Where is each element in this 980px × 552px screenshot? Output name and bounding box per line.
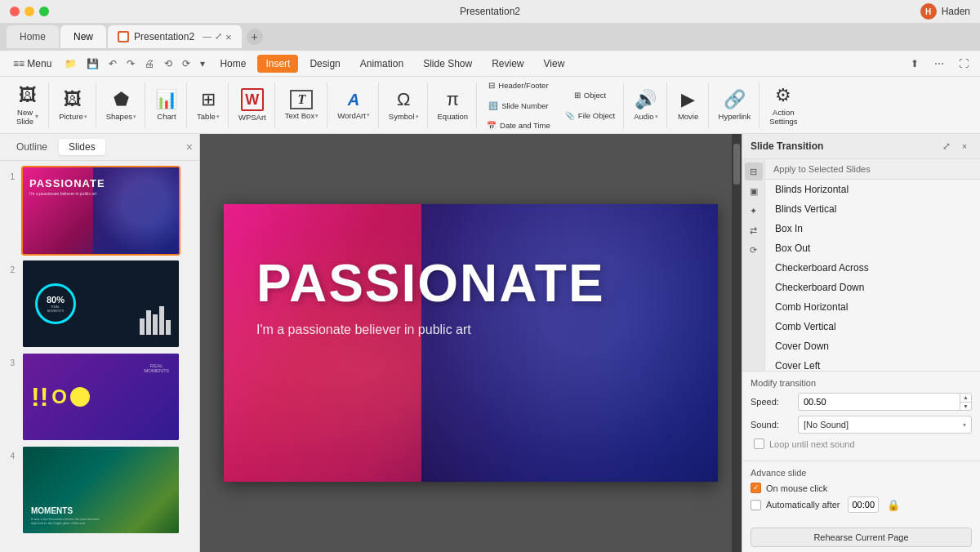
picture-button[interactable]: 🖼 Picture ▾ xyxy=(54,84,92,127)
speed-up[interactable]: ▲ xyxy=(960,393,971,403)
trans-icon-2[interactable]: ▣ xyxy=(745,182,763,200)
equation-label: Equation xyxy=(438,112,469,121)
apply-label[interactable]: Apply to Selected Slides xyxy=(765,159,980,180)
rehearse-button[interactable]: Rehearse Current Page xyxy=(751,528,972,547)
slides-tab[interactable]: Slides xyxy=(59,139,105,155)
slide-number-icon: 🔢 xyxy=(488,101,498,110)
maximize-button[interactable] xyxy=(39,7,49,16)
headerfooter-button[interactable]: ⊟ Header/Footer xyxy=(482,76,555,96)
minimize-button[interactable] xyxy=(24,7,34,16)
more-icon[interactable]: ⋯ xyxy=(929,54,949,73)
trans-icon-5[interactable]: ⟳ xyxy=(745,241,763,259)
nav-review[interactable]: Review xyxy=(483,55,532,73)
datetime-button[interactable]: 📅 Date and Time xyxy=(482,117,555,135)
nav-slideshow[interactable]: Slide Show xyxy=(415,55,480,73)
shapes-button[interactable]: ⬟ Shapes ▾ xyxy=(101,84,141,127)
list-item[interactable]: 2 80% REALMOMENTS xyxy=(5,259,194,349)
doc-close-icon[interactable]: × xyxy=(225,31,232,43)
doc-minimize-icon[interactable]: — xyxy=(203,31,212,43)
list-item[interactable]: 1 PASSIONATE I'm a passionate believer i… xyxy=(5,166,194,256)
trans-icon-3[interactable]: ✦ xyxy=(745,202,763,220)
tool-group-actionsettings: ⚙ ActionSettings xyxy=(761,82,805,128)
hamburger-icon: ≡ xyxy=(13,58,19,69)
traffic-lights xyxy=(0,7,59,16)
list-item[interactable]: 3 !! O REALMOMENTS xyxy=(5,352,194,442)
new-slide-dropdown-icon[interactable]: ▾ xyxy=(35,113,38,120)
tab-new[interactable]: New xyxy=(60,25,106,48)
transition-box-out[interactable]: Box Out xyxy=(765,238,980,258)
transition-cover-down[interactable]: Cover Down xyxy=(765,336,980,356)
equation-button[interactable]: π Equation xyxy=(433,84,474,127)
nav-print-icon[interactable]: 🖨 xyxy=(141,55,158,73)
slide-thumb-3[interactable]: !! O REALMOMENTS xyxy=(21,352,180,442)
nav-design[interactable]: Design xyxy=(301,55,348,73)
actionsettings-button[interactable]: ⚙ ActionSettings xyxy=(764,84,802,127)
auto-checkbox[interactable] xyxy=(751,500,761,510)
canvas-scrollbar[interactable] xyxy=(732,134,742,552)
slide-thumb-2[interactable]: 80% REALMOMENTS xyxy=(21,259,180,349)
nav-redo-icon[interactable]: ⟳ xyxy=(179,55,194,73)
title-bar: Presentation2 H Haden xyxy=(0,0,980,23)
nav-redo2-icon[interactable]: ↷ xyxy=(123,55,138,73)
speed-down[interactable]: ▼ xyxy=(960,403,971,412)
nav-undo2-icon[interactable]: ↶ xyxy=(105,55,120,73)
transition-box-in[interactable]: Box In xyxy=(765,219,980,238)
nav-file-icon[interactable]: 📁 xyxy=(61,55,80,73)
nav-view[interactable]: View xyxy=(536,55,573,73)
on-mouse-checkbox[interactable] xyxy=(751,483,761,493)
trans-icon-4[interactable]: ⇄ xyxy=(745,221,763,239)
panel-close-icon[interactable]: × xyxy=(186,140,193,154)
speed-input[interactable]: 00.50 ▲ ▼ xyxy=(798,393,972,411)
audio-button[interactable]: 🔊 Audio ▾ xyxy=(629,84,662,127)
slide-number-button[interactable]: 🔢 Slide Number xyxy=(482,97,555,115)
add-tab-button[interactable]: + xyxy=(247,29,263,45)
chart-button[interactable]: 📊 Chart xyxy=(150,84,183,127)
modify-section: Modify transition Speed: 00.50 ▲ ▼ Sound… xyxy=(742,371,980,461)
wpsart-button[interactable]: W WPSArt xyxy=(234,84,271,127)
nav-save-icon[interactable]: 💾 xyxy=(83,55,102,73)
transition-cover-left[interactable]: Cover Left xyxy=(765,356,980,371)
transition-blinds-h[interactable]: Blinds Horizontal xyxy=(765,180,980,199)
nav-undo-icon[interactable]: ⟲ xyxy=(161,55,176,73)
doc-maximize-icon[interactable]: ⤢ xyxy=(215,31,222,43)
fullscreen-icon[interactable]: ⛶ xyxy=(954,54,973,73)
picture-dropdown-icon: ▾ xyxy=(84,114,87,120)
object-button[interactable]: ⊞ Object xyxy=(560,86,620,105)
fileobject-button[interactable]: 📎 File Object xyxy=(560,107,620,125)
slide-thumb-1[interactable]: PASSIONATE I'm a passionate believer in … xyxy=(21,166,180,256)
outline-tab[interactable]: Outline xyxy=(7,139,57,155)
nav-animation[interactable]: Animation xyxy=(352,55,412,73)
auto-label: Automatically after xyxy=(766,500,840,510)
menu-button[interactable]: ≡ ≡ Menu xyxy=(7,55,58,73)
transition-comb-h[interactable]: Comb Horizontal xyxy=(765,297,980,317)
movie-button[interactable]: ▶ Movie xyxy=(672,84,705,127)
transition-comb-v[interactable]: Comb Vertical xyxy=(765,317,980,336)
transition-checker-across[interactable]: Checkerboard Across xyxy=(765,258,980,278)
doc-tab[interactable]: Presentation2 — ⤢ × xyxy=(108,25,242,48)
nav-home[interactable]: Home xyxy=(212,55,254,73)
table-button[interactable]: ⊞ Table ▾ xyxy=(192,84,225,127)
close-button[interactable] xyxy=(10,7,20,16)
list-item[interactable]: 4 MOMENTS It was a hot December before t… xyxy=(5,445,194,535)
transition-checker-down[interactable]: Checkerboard Down xyxy=(765,278,980,297)
share-icon[interactable]: ⬆ xyxy=(905,54,924,73)
symbol-button[interactable]: Ω Symbol ▾ xyxy=(384,84,424,127)
object-label: Object xyxy=(584,91,606,100)
nav-insert[interactable]: Insert xyxy=(257,55,298,73)
nav-dropdown-icon[interactable]: ▾ xyxy=(197,55,208,73)
sound-select[interactable]: [No Sound] ▾ xyxy=(798,416,972,434)
loop-checkbox[interactable] xyxy=(754,438,764,449)
tab-home[interactable]: Home xyxy=(7,25,59,48)
panel-expand-icon[interactable]: ⤢ xyxy=(939,139,954,154)
new-slide-button[interactable]: 🖼 NewSlide ▾ xyxy=(10,84,45,127)
textbox-button[interactable]: T Text Box ▾ xyxy=(280,84,323,127)
hyperlink-button[interactable]: 🔗 Hyperlink xyxy=(714,84,756,127)
scrollbar-thumb[interactable] xyxy=(733,144,740,185)
trans-icon-1[interactable]: ⊟ xyxy=(745,162,763,180)
wordart-button[interactable]: A WordArt ▾ xyxy=(332,84,375,127)
transition-blinds-v[interactable]: Blinds Vertical xyxy=(765,199,980,219)
tool-group-wpsart: W WPSArt xyxy=(230,82,275,128)
panel-close-icon[interactable]: × xyxy=(957,139,972,154)
slide-thumb-4[interactable]: MOMENTS It was a hot December before the… xyxy=(21,445,180,535)
auto-time-input[interactable]: 00:00 xyxy=(848,496,879,513)
